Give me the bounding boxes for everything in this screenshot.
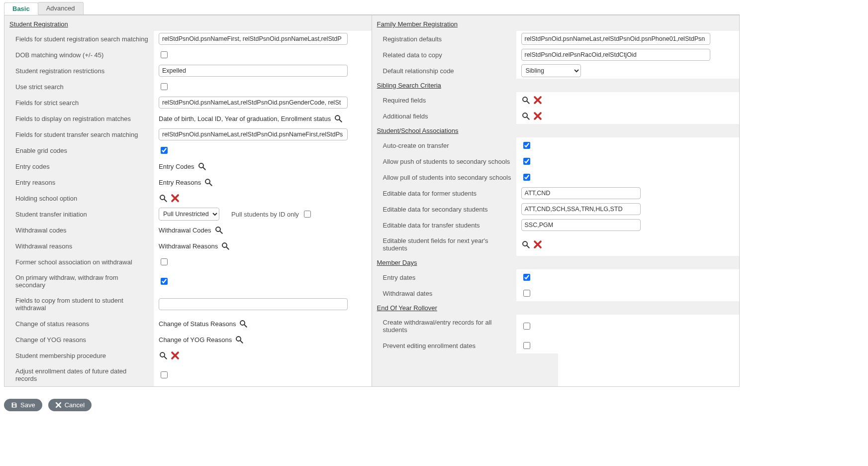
checkbox-create-we-records[interactable]: [523, 323, 530, 330]
section-student-school-assoc: Student/School Associations: [372, 124, 740, 137]
search-icon[interactable]: [521, 96, 530, 105]
search-icon[interactable]: [197, 162, 206, 171]
section-family-registration: Family Member Registration: [372, 15, 740, 31]
label-fields-transfer: Fields for student transfer search match…: [4, 126, 154, 142]
label-dob-window: DOB matching window (+/- 45): [4, 47, 154, 63]
input-fields-copy-withdrawal[interactable]: [159, 298, 348, 310]
search-icon[interactable]: [204, 178, 213, 187]
clear-icon[interactable]: [171, 351, 180, 360]
search-icon[interactable]: [239, 319, 248, 328]
input-fields-reg-search[interactable]: [159, 33, 348, 45]
checkbox-allow-pull[interactable]: [523, 174, 530, 181]
clear-icon[interactable]: [533, 96, 542, 105]
checkbox-entry-dates[interactable]: [523, 274, 530, 281]
label-withdrawal-reasons: Withdrawal reasons: [4, 238, 154, 254]
label-enable-grid: Enable grid codes: [4, 142, 154, 158]
checkbox-allow-push[interactable]: [523, 158, 530, 165]
settings-panel: Student Registration Fields for student …: [4, 15, 740, 387]
text-withdrawal-codes: Withdrawal Codes: [159, 227, 211, 234]
checkbox-adjust-enroll-dates[interactable]: [161, 371, 168, 378]
search-icon[interactable]: [235, 335, 244, 344]
text-entry-codes: Entry Codes: [159, 163, 194, 170]
input-fields-strict[interactable]: [159, 97, 348, 109]
label-reg-defaults: Registration defaults: [372, 31, 516, 47]
checkbox-dob-window[interactable]: [161, 51, 168, 58]
input-related-copy[interactable]: [521, 49, 710, 61]
left-column: Student Registration Fields for student …: [4, 15, 372, 386]
tab-bar: Basic Advanced: [4, 2, 740, 15]
checkbox-withdrawal-dates[interactable]: [523, 290, 530, 297]
label-former-school-assoc: Former school association on withdrawal: [4, 254, 154, 270]
search-icon[interactable]: [521, 240, 530, 249]
search-icon[interactable]: [159, 351, 168, 360]
label-edit-former: Editable data for former students: [372, 185, 516, 201]
label-reg-restrictions: Student registration restrictions: [4, 63, 154, 79]
save-button-label: Save: [20, 401, 35, 409]
checkbox-former-school-assoc[interactable]: [161, 258, 168, 265]
select-default-rel-code[interactable]: Sibling: [521, 64, 581, 77]
label-allow-push: Allow push of students to secondary scho…: [372, 153, 516, 169]
tab-basic[interactable]: Basic: [4, 2, 38, 15]
save-icon: [11, 402, 17, 408]
text-change-status: Change of Status Reasons: [159, 320, 236, 328]
clear-icon[interactable]: [533, 240, 542, 249]
label-change-yog: Change of YOG reasons: [4, 332, 154, 348]
label-required-fields: Required fields: [372, 92, 516, 108]
section-sibling-search: Sibling Search Criteria: [372, 79, 740, 92]
search-icon[interactable]: [334, 114, 343, 123]
cancel-button[interactable]: Cancel: [48, 399, 92, 411]
clear-icon[interactable]: [171, 194, 180, 203]
search-icon[interactable]: [159, 194, 168, 203]
label-fields-copy-withdrawal: Fields to copy from student to student w…: [4, 293, 154, 316]
input-edit-transfer[interactable]: [521, 219, 641, 231]
tab-advanced[interactable]: Advanced: [38, 2, 84, 14]
text-entry-reasons: Entry Reasons: [159, 179, 201, 186]
checkbox-pull-by-id[interactable]: [304, 211, 311, 218]
section-eoy-rollover: End Of Year Rollover: [372, 301, 740, 315]
filler: [372, 353, 558, 386]
input-edit-former[interactable]: [521, 187, 641, 199]
label-edit-next-year: Editable student fields for next year's …: [372, 233, 516, 256]
text-withdrawal-reasons: Withdrawal Reasons: [159, 242, 218, 250]
label-edit-secondary: Editable data for secondary students: [372, 201, 516, 217]
right-column: Family Member Registration Registration …: [372, 15, 740, 386]
label-adjust-enroll-dates: Adjust enrollment dates of future dated …: [4, 363, 154, 386]
label-fields-display: Fields to display on registration matche…: [4, 111, 154, 126]
label-use-strict: Use strict search: [4, 79, 154, 95]
section-student-registration: Student Registration: [4, 15, 372, 31]
label-withdrawal-codes: Withdrawal codes: [4, 222, 154, 238]
input-edit-secondary[interactable]: [521, 203, 641, 215]
checkbox-prevent-edit-dates[interactable]: [523, 342, 530, 349]
checkbox-primary-withdraw[interactable]: [161, 278, 168, 285]
label-create-we-records: Create withdrawal/entry records for all …: [372, 315, 516, 338]
label-fields-reg-search: Fields for student registration search m…: [4, 31, 154, 47]
footer-buttons: Save Cancel: [4, 399, 740, 411]
input-fields-transfer[interactable]: [159, 128, 348, 140]
select-transfer-init[interactable]: Pull Unrestricted: [159, 208, 219, 221]
label-additional-fields: Additional fields: [372, 108, 516, 124]
label-change-status: Change of status reasons: [4, 316, 154, 332]
label-auto-create: Auto-create on transfer: [372, 137, 516, 153]
search-icon[interactable]: [221, 241, 230, 250]
search-icon[interactable]: [521, 112, 530, 120]
checkbox-auto-create[interactable]: [523, 142, 530, 149]
label-entry-dates: Entry dates: [372, 269, 516, 285]
checkbox-enable-grid[interactable]: [161, 147, 168, 154]
cancel-button-label: Cancel: [65, 401, 85, 409]
label-allow-pull: Allow pull of students into secondary sc…: [372, 169, 516, 185]
label-membership-proc: Student membership procedure: [4, 348, 154, 363]
checkbox-use-strict[interactable]: [161, 83, 168, 90]
label-default-rel-code: Default relationship code: [372, 63, 516, 79]
page-root: Basic Advanced Student Registration Fiel…: [0, 0, 744, 421]
label-pull-by-id: Pull students by ID only: [231, 211, 299, 218]
text-fields-display: Date of birth, Local ID, Year of graduat…: [159, 115, 331, 122]
label-entry-codes: Entry codes: [4, 158, 154, 174]
section-member-days: Member Days: [372, 256, 740, 269]
input-reg-restrictions[interactable]: [159, 65, 348, 77]
clear-icon[interactable]: [533, 112, 542, 120]
label-transfer-init: Student transfer initiation: [4, 206, 154, 222]
close-icon: [55, 402, 62, 408]
save-button[interactable]: Save: [4, 399, 42, 411]
search-icon[interactable]: [214, 226, 223, 234]
input-reg-defaults[interactable]: [521, 33, 710, 45]
